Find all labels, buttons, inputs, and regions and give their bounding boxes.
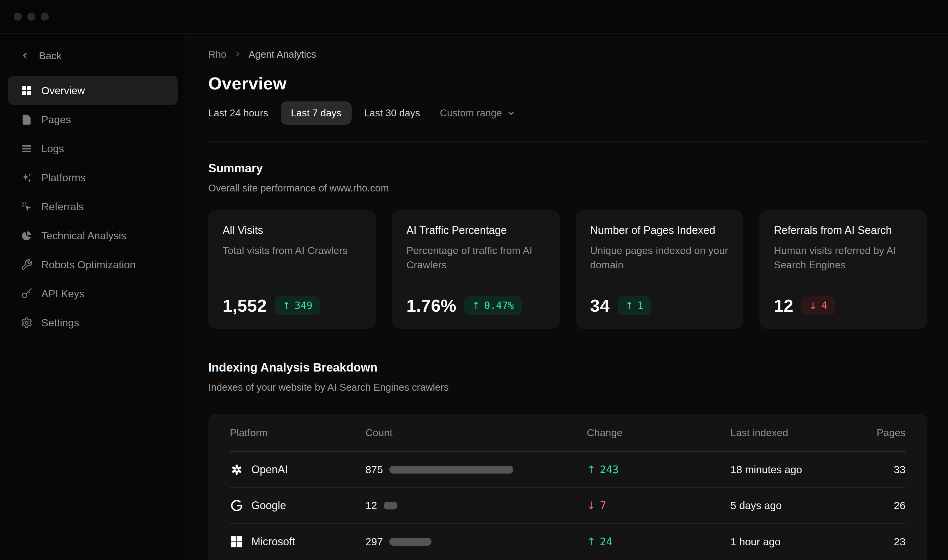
card-title: Referrals from AI Search [774, 224, 913, 237]
change-cell: ↑243 [587, 464, 731, 475]
count-bar [389, 538, 431, 546]
summary-card-number-of-pages-indexed: Number of Pages IndexedUnique pages inde… [576, 210, 743, 329]
main-content: Rho Agent Analytics Overview Last 24 hou… [186, 34, 948, 559]
sidebar-item-pages[interactable]: Pages [8, 105, 178, 134]
last-indexed: 5 days ago [731, 500, 863, 512]
summary-card-all-visits: All VisitsTotal visits from AI Crawlers1… [208, 210, 376, 329]
sidebar-nav: OverviewPagesLogsPlatformsReferralsTechn… [0, 76, 186, 337]
openai-logo-icon [230, 463, 243, 477]
pointer-icon [20, 200, 33, 213]
table-row-google[interactable]: Google12↓75 days ago26 [230, 488, 905, 524]
sidebar-item-platforms[interactable]: Platforms [8, 163, 178, 192]
microsoft-logo-icon [230, 535, 243, 549]
sparkles-icon [20, 171, 33, 184]
sidebar-item-label: Pages [41, 114, 71, 126]
count-value: 875 [365, 464, 383, 475]
custom-range-label: Custom range [440, 108, 502, 119]
window-close-button[interactable] [14, 12, 22, 21]
sidebar-item-logs[interactable]: Logs [8, 134, 178, 163]
column-header-last-indexed: Last indexed [731, 427, 863, 438]
change-badge: ↓4 [801, 296, 835, 315]
tab-last-7-days[interactable]: Last 7 days [281, 102, 352, 125]
sidebar-item-technical-analysis[interactable]: Technical Analysis [8, 221, 178, 250]
logs-icon [20, 142, 33, 155]
card-value: 1.76% [406, 295, 456, 315]
indexing-heading: Indexing Analysis Breakdown [208, 360, 927, 374]
pages-value: 23 [863, 536, 905, 548]
last-indexed: 1 hour ago [731, 536, 863, 548]
breadcrumb-root[interactable]: Rho [208, 49, 226, 60]
column-header-platform: Platform [230, 427, 365, 438]
file-icon [20, 113, 33, 126]
column-header-change: Change [587, 427, 731, 438]
summary-card-ai-traffic-percentage: AI Traffic PercentagePercentage of traff… [392, 210, 560, 329]
google-logo-icon [230, 498, 243, 512]
custom-range-button[interactable]: Custom range [440, 108, 516, 119]
page-title: Overview [208, 73, 927, 94]
key-icon [20, 288, 33, 300]
count-value: 12 [365, 500, 377, 512]
window-controls [14, 12, 49, 21]
back-button[interactable]: Back [0, 48, 186, 63]
change-cell: ↓7 [587, 500, 731, 512]
change-badge: ↑0.47% [464, 296, 522, 315]
chevron-down-icon [506, 109, 516, 118]
table-body: OpenAI875↑24318 minutes ago33Google12↓75… [230, 452, 905, 560]
change-value: 24 [600, 536, 612, 548]
divider [208, 142, 927, 142]
sidebar-item-label: Technical Analysis [41, 230, 126, 242]
change-value: 4 [821, 300, 827, 311]
tab-last-30-days[interactable]: Last 30 days [364, 102, 420, 125]
table-header-row: PlatformCountChangeLast indexedPages [230, 414, 905, 452]
tab-last-24-hours[interactable]: Last 24 hours [208, 102, 268, 125]
summary-card-referrals-from-ai-search: Referrals from AI SearchHuman visits ref… [759, 210, 927, 329]
column-header-pages: Pages [863, 427, 905, 438]
arrow-down-icon: ↓ [809, 300, 817, 311]
grid-icon [20, 85, 33, 97]
sidebar-item-settings[interactable]: Settings [8, 308, 178, 337]
card-description: Percentage of traffic from AI Crawlers [406, 243, 545, 272]
sidebar-item-label: Robots Optimization [41, 259, 135, 271]
sidebar-item-robots-optimization[interactable]: Robots Optimization [8, 250, 178, 279]
sidebar-item-overview[interactable]: Overview [8, 76, 178, 105]
sidebar: Back OverviewPagesLogsPlatformsReferrals… [0, 34, 186, 559]
change-cell: ↑24 [587, 536, 731, 548]
window-zoom-button[interactable] [41, 12, 49, 21]
arrow-up-icon: ↑ [625, 300, 634, 311]
change-value: 0.47% [484, 300, 514, 311]
window-minimize-button[interactable] [27, 12, 35, 21]
pie-icon [20, 229, 33, 242]
last-indexed: 18 minutes ago [731, 464, 863, 475]
column-header-count: Count [365, 427, 587, 438]
arrow-up-icon: ↑ [587, 464, 596, 475]
change-value: 1 [637, 300, 643, 311]
change-value: 349 [294, 300, 312, 311]
back-label: Back [39, 50, 62, 62]
count-bar [384, 502, 397, 509]
breadcrumb: Rho Agent Analytics [208, 48, 927, 61]
change-badge: ↑349 [275, 296, 320, 315]
sidebar-item-api-keys[interactable]: API Keys [8, 279, 178, 308]
change-value: 243 [600, 464, 619, 475]
card-value: 1,552 [223, 295, 267, 315]
sidebar-item-referrals[interactable]: Referrals [8, 192, 178, 221]
card-value: 34 [590, 295, 610, 315]
platform-name: OpenAI [251, 463, 288, 476]
window-title-bar [0, 0, 948, 34]
sidebar-item-label: Overview [41, 85, 85, 97]
chevron-left-icon [20, 51, 30, 60]
indexing-subtitle: Indexes of your website by AI Search Eng… [208, 381, 927, 394]
summary-cards: All VisitsTotal visits from AI Crawlers1… [208, 210, 927, 329]
pages-value: 33 [863, 464, 905, 475]
table-row-openai[interactable]: OpenAI875↑24318 minutes ago33 [230, 452, 905, 488]
platform-name: Microsoft [251, 535, 295, 548]
sidebar-item-label: API Keys [41, 288, 85, 300]
table-row-microsoft[interactable]: Microsoft297↑241 hour ago23 [230, 524, 905, 560]
summary-subtitle: Overall site performance of www.rho.com [208, 182, 927, 195]
card-value: 12 [774, 295, 794, 315]
change-value: 7 [600, 500, 606, 512]
card-description: Total visits from AI Crawlers [223, 243, 362, 258]
change-badge: ↑1 [618, 296, 651, 315]
gear-icon [20, 317, 33, 329]
arrow-down-icon: ↓ [587, 500, 596, 512]
